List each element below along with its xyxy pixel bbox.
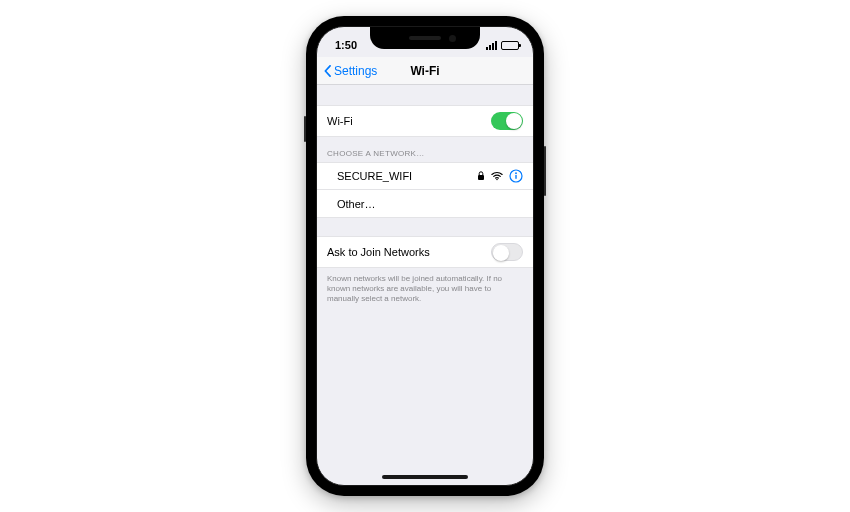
cellular-icon [486,41,497,50]
svg-rect-4 [515,175,516,179]
ask-to-join-toggle[interactable] [491,243,523,261]
other-network-label: Other… [327,198,523,210]
home-indicator[interactable] [382,475,468,479]
chevron-left-icon [323,65,332,77]
phone-frame: 1:50 Settings Wi-Fi Wi-Fi [306,16,544,496]
ask-to-join-row[interactable]: Ask to Join Networks [317,236,533,268]
network-row[interactable]: SECURE_WIFI [317,162,533,190]
wifi-icon [491,171,503,181]
svg-rect-0 [478,175,484,180]
ask-to-join-label: Ask to Join Networks [327,246,491,258]
other-network-row[interactable]: Other… [317,190,533,218]
wifi-toggle-row[interactable]: Wi-Fi [317,105,533,137]
battery-icon [501,41,519,50]
svg-point-3 [515,172,517,174]
wifi-toggle-label: Wi-Fi [327,115,491,127]
ask-to-join-footer: Known networks will be joined automatica… [317,268,533,304]
info-button[interactable] [509,169,523,183]
wifi-toggle[interactable] [491,112,523,130]
back-label: Settings [334,64,377,78]
content: Settings Wi-Fi Wi-Fi CHOOSE A NETWORK… S… [317,57,533,485]
screen: 1:50 Settings Wi-Fi Wi-Fi [316,26,534,486]
notch [370,27,480,49]
nav-bar: Settings Wi-Fi [317,57,533,85]
status-time: 1:50 [335,39,357,51]
back-button[interactable]: Settings [317,64,377,78]
network-ssid: SECURE_WIFI [327,170,477,182]
svg-point-1 [496,179,498,181]
lock-icon [477,171,485,181]
networks-header: CHOOSE A NETWORK… [317,137,533,162]
